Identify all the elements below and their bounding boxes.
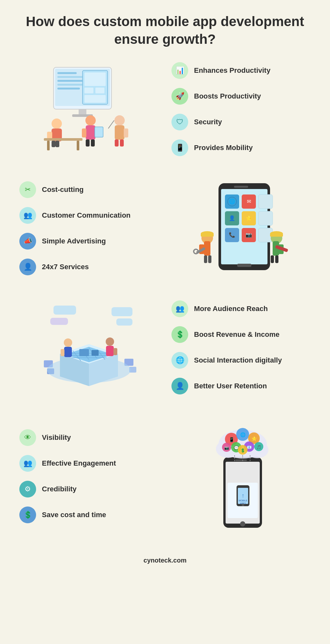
svg-text:⭐: ⭐ bbox=[251, 436, 257, 441]
svg-rect-98 bbox=[106, 346, 114, 356]
svg-rect-29 bbox=[115, 125, 124, 140]
svg-rect-93 bbox=[92, 350, 99, 356]
illustration-2: 🌐 ✉ 👤 ⭐ 📞 📷 bbox=[193, 177, 289, 280]
section-3: 👥 More Audience Reach 💲 Boost Revenue & … bbox=[19, 299, 311, 396]
svg-rect-73 bbox=[112, 307, 132, 316]
revenue-label: Boost Revenue & Income bbox=[194, 330, 279, 339]
credibility-label: Credibility bbox=[42, 485, 77, 493]
svg-rect-25 bbox=[95, 127, 103, 137]
svg-rect-23 bbox=[86, 125, 95, 140]
feature-item-audience: 👥 More Audience Reach bbox=[171, 300, 311, 317]
security-label: Security bbox=[194, 118, 222, 126]
visibility-icon: 👁 bbox=[19, 429, 36, 446]
page: How does custom mobile app development e… bbox=[0, 0, 330, 587]
feature-item-credibility: ⚙ Credibility bbox=[19, 481, 159, 497]
feature-item-revenue: 💲 Boost Revenue & Income bbox=[171, 326, 311, 343]
svg-rect-30 bbox=[124, 128, 128, 137]
section1-features: 📊 Enhances Productivity 🚀 Boosts Product… bbox=[159, 62, 311, 156]
svg-rect-17 bbox=[52, 141, 55, 147]
feature-item-247: 👤 24x7 Services bbox=[19, 259, 159, 275]
svg-rect-95 bbox=[64, 347, 72, 357]
svg-rect-99 bbox=[113, 348, 117, 355]
svg-rect-62 bbox=[208, 255, 211, 263]
audience-label: More Audience Reach bbox=[194, 305, 268, 313]
social-icon: 🌐 bbox=[171, 352, 188, 369]
retention-icon: 👤 bbox=[171, 378, 188, 394]
section3-illustration bbox=[19, 299, 159, 396]
comm-label: Customer Communication bbox=[42, 211, 131, 220]
svg-text:📱: 📱 bbox=[229, 437, 235, 442]
svg-rect-69 bbox=[271, 255, 274, 263]
svg-rect-27 bbox=[91, 139, 95, 147]
svg-point-103 bbox=[240, 521, 245, 526]
social-label: Social Interaction digitally bbox=[194, 356, 282, 365]
svg-text:📷: 📷 bbox=[246, 232, 252, 238]
feature-item-retention: 👤 Better User Retention bbox=[171, 378, 311, 394]
section4-feature-list: 👁 Visibility 👥 Effective Engagement ⚙ Cr… bbox=[19, 429, 159, 523]
svg-rect-92 bbox=[79, 349, 89, 356]
svg-rect-72 bbox=[50, 318, 68, 325]
svg-text:💲: 💲 bbox=[240, 448, 245, 453]
svg-rect-102 bbox=[235, 459, 247, 461]
svg-text:✉: ✉ bbox=[247, 199, 251, 204]
mobility-icon: 📱 bbox=[171, 139, 188, 156]
svg-rect-32 bbox=[120, 139, 124, 147]
svg-rect-20 bbox=[47, 141, 50, 150]
svg-rect-53 bbox=[237, 264, 251, 267]
retention-label: Better User Retention bbox=[194, 382, 267, 390]
advert-label: Simple Advertising bbox=[42, 237, 106, 245]
svg-rect-8 bbox=[84, 72, 106, 86]
feature-item-engagement: 👥 Effective Engagement bbox=[19, 455, 159, 472]
cost-label: Cost-cutting bbox=[42, 185, 84, 194]
save-label: Save cost and time bbox=[42, 511, 106, 519]
svg-point-28 bbox=[114, 115, 125, 126]
svg-rect-71 bbox=[53, 306, 76, 315]
feature-item-social: 🌐 Social Interaction digitally bbox=[171, 352, 311, 369]
feature-item-mobility: 📱 Provides Mobility bbox=[171, 139, 311, 156]
engagement-icon: 👥 bbox=[19, 455, 36, 472]
illustration-4: 📱 🌐 ⭐ 💬 📧 📷 🎵 💲 bbox=[193, 415, 289, 537]
section4-illustration: 📱 🌐 ⭐ 💬 📧 📷 🎵 💲 bbox=[171, 415, 311, 537]
mobility-label: Provides Mobility bbox=[194, 144, 253, 152]
svg-rect-12 bbox=[79, 109, 86, 115]
footer: cynoteck.com bbox=[19, 557, 311, 574]
svg-text:🌐: 🌐 bbox=[229, 198, 235, 204]
svg-text:MOBILE: MOBILE bbox=[239, 499, 248, 502]
advert-icon: 📣 bbox=[19, 233, 36, 250]
svg-rect-36 bbox=[234, 186, 248, 188]
247-icon: 👤 bbox=[19, 259, 36, 275]
section4-features: 👁 Visibility 👥 Effective Engagement ⚙ Cr… bbox=[19, 429, 171, 523]
footer-url: cynoteck.com bbox=[143, 557, 186, 564]
svg-rect-21 bbox=[77, 141, 79, 150]
svg-text:🎵: 🎵 bbox=[257, 445, 261, 450]
enhances-label: Enhances Productivity bbox=[194, 66, 270, 75]
svg-point-14 bbox=[52, 118, 62, 129]
svg-point-94 bbox=[64, 338, 72, 347]
svg-text:APPS: APPS bbox=[240, 502, 246, 505]
svg-rect-96 bbox=[61, 349, 64, 356]
247-label: 24x7 Services bbox=[42, 263, 89, 271]
svg-rect-74 bbox=[116, 318, 132, 326]
section3-feature-list: 👥 More Audience Reach 💲 Boost Revenue & … bbox=[171, 300, 311, 394]
section1-illustration bbox=[19, 61, 159, 157]
feature-item-visibility: 👁 Visibility bbox=[19, 429, 159, 446]
boosts-label: Boosts Productivity bbox=[194, 92, 261, 100]
svg-rect-65 bbox=[270, 233, 283, 237]
svg-text:⭐: ⭐ bbox=[246, 215, 252, 221]
section-1: 📊 Enhances Productivity 🚀 Boosts Product… bbox=[19, 61, 311, 157]
cost-icon: ✂ bbox=[19, 181, 36, 198]
feature-item-cost: ✂ Cost-cutting bbox=[19, 181, 159, 198]
feature-item-comm: 👥 Customer Communication bbox=[19, 207, 159, 224]
svg-rect-56 bbox=[201, 233, 214, 237]
svg-rect-24 bbox=[82, 128, 86, 137]
feature-item-security: 🛡 Security bbox=[171, 114, 311, 130]
svg-rect-31 bbox=[115, 139, 119, 147]
svg-text:📷: 📷 bbox=[224, 445, 229, 450]
svg-point-22 bbox=[85, 115, 96, 126]
feature-item-enhances: 📊 Enhances Productivity bbox=[171, 62, 311, 79]
svg-rect-42 bbox=[258, 194, 273, 209]
boosts-icon: 🚀 bbox=[171, 88, 188, 105]
feature-item-advert: 📣 Simple Advertising bbox=[19, 233, 159, 250]
section-4: 👁 Visibility 👥 Effective Engagement ⚙ Cr… bbox=[19, 415, 311, 537]
security-icon: 🛡 bbox=[171, 114, 188, 130]
